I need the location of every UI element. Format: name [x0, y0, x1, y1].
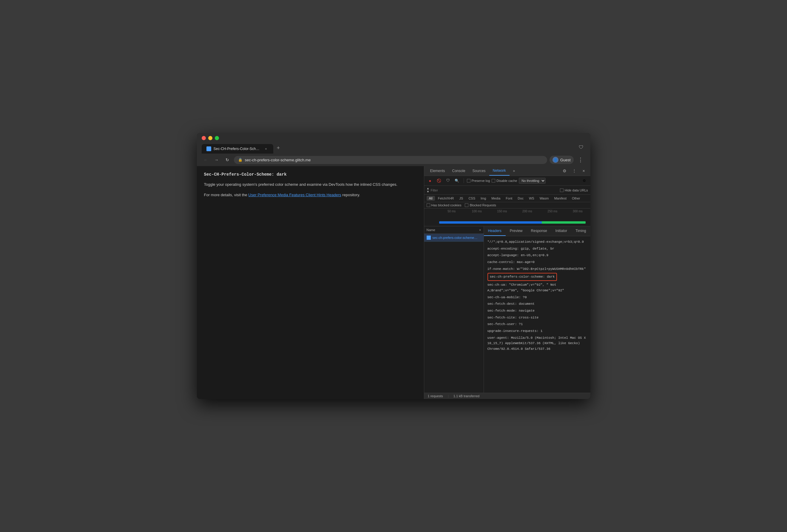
- tab-close-button[interactable]: ×: [264, 147, 269, 151]
- tab-elements[interactable]: Elements: [427, 167, 449, 175]
- blocked-cookies-label[interactable]: Has blocked cookies: [427, 203, 462, 207]
- status-transferred: 1.1 kB transferred: [453, 394, 480, 398]
- header-line-10: sec-fetch-site: cross-site: [488, 314, 587, 321]
- disable-cache-label[interactable]: Disable cache: [492, 179, 517, 182]
- hide-urls-checkbox[interactable]: [560, 189, 563, 192]
- browser-menu-button[interactable]: ⋮: [575, 155, 586, 164]
- filter-all[interactable]: All: [427, 196, 435, 201]
- header-line-7: sec-ch-ua-mobile: ?0: [488, 294, 587, 301]
- record-button[interactable]: ●: [427, 177, 434, 184]
- filter-css[interactable]: CSS: [466, 196, 477, 201]
- header-line-2: accept-language: en-US,en;q=0.9: [488, 252, 587, 259]
- browser-tab[interactable]: Sec-CH-Prefers-Color-Schem… ×: [202, 144, 273, 154]
- hide-urls-label[interactable]: Hide data URLs: [560, 189, 588, 192]
- upload-download-buttons: ▲ ▼: [427, 187, 430, 193]
- filter-wasm[interactable]: Wasm: [537, 196, 551, 201]
- highlighted-header-text: sec-ch-prefers-color-scheme: dark: [488, 273, 557, 281]
- header-line-8: sec-fetch-dest: document: [488, 301, 587, 307]
- network-files: Name × sec-ch-prefers-color-scheme…: [424, 226, 484, 393]
- timeline-bar: 50 ms 100 ms 150 ms 200 ms 250 ms 300 ms: [424, 208, 590, 226]
- disable-cache-text: Disable cache: [496, 179, 517, 182]
- rd-tab-headers[interactable]: Headers: [484, 226, 506, 236]
- blocked-requests-checkbox[interactable]: [465, 203, 468, 207]
- tab-more[interactable]: »: [510, 167, 519, 175]
- devtools-settings-icon[interactable]: ⚙: [560, 167, 569, 175]
- tab-sources[interactable]: Sources: [469, 167, 489, 175]
- title-bar: Sec-CH-Prefers-Color-Schem… × + 🛡: [197, 133, 590, 154]
- address-bar[interactable]: 🔒 sec-ch-prefers-color-scheme.glitch.me: [234, 156, 547, 164]
- clear-button[interactable]: 🚫: [435, 177, 443, 184]
- header-line-0: *//*;q=0.8,application/signed-exchange;v…: [488, 239, 587, 245]
- tl-mark-300: 300 ms: [565, 209, 590, 213]
- new-tab-button[interactable]: +: [273, 142, 284, 154]
- network-col-name: Name: [427, 228, 435, 232]
- blocked-requests-label[interactable]: Blocked Requests: [465, 203, 496, 207]
- filter-fetch-xhr[interactable]: Fetch/XHR: [435, 196, 456, 201]
- maximize-button[interactable]: [215, 136, 219, 140]
- page-content: Sec-CH-Prefers-Color-Scheme: dark Toggle…: [197, 166, 424, 399]
- upload-icon[interactable]: ▲: [427, 187, 430, 190]
- profile-icon: 👤: [553, 157, 558, 163]
- devtools-tabs: Elements Console Sources Network » ⚙ ⋮ ×: [424, 166, 590, 176]
- lock-icon: 🔒: [238, 158, 242, 162]
- search-button[interactable]: 🔍: [453, 177, 461, 184]
- filter-font[interactable]: Font: [503, 196, 515, 201]
- preserve-log-text: Preserve log: [472, 179, 490, 182]
- shield-icon[interactable]: 🛡: [577, 143, 586, 152]
- filter-img[interactable]: Img: [478, 196, 488, 201]
- profile-button[interactable]: 👤 Guest: [550, 156, 574, 164]
- header-line-4: if-none-match: W/"392-B+pCtpzl+pyWUSHMRn…: [488, 266, 587, 272]
- request-close-icon[interactable]: ×: [479, 228, 481, 232]
- disable-cache-checkbox[interactable]: [492, 179, 495, 182]
- throttle-select[interactable]: No throttling: [519, 178, 546, 184]
- minimize-button[interactable]: [208, 136, 212, 140]
- tabs-bar: Sec-CH-Prefers-Color-Schem… × + 🛡: [202, 142, 586, 154]
- filter-js[interactable]: JS: [457, 196, 466, 201]
- tab-title: Sec-CH-Prefers-Color-Schem…: [214, 147, 261, 151]
- traffic-lights: [202, 136, 586, 140]
- header-line-9: sec-fetch-mode: navigate: [488, 307, 587, 314]
- rd-tab-initiator[interactable]: Initiator: [551, 226, 571, 236]
- filter-media[interactable]: Media: [489, 196, 503, 201]
- filter-other[interactable]: Other: [570, 196, 583, 201]
- tab-favicon: [207, 147, 211, 151]
- download-icon[interactable]: ▼: [427, 190, 430, 193]
- close-button[interactable]: [202, 136, 206, 140]
- devtools-more-icon[interactable]: ⋮: [570, 167, 578, 175]
- tab-network[interactable]: Network: [489, 166, 510, 176]
- preserve-log-label[interactable]: Preserve log: [467, 179, 490, 182]
- timeline-ruler: 50 ms 100 ms 150 ms 200 ms 250 ms 300 ms: [424, 208, 590, 213]
- header-line-12: upgrade-insecure-requests: 1: [488, 328, 587, 335]
- filter-button[interactable]: ⛉: [445, 177, 452, 184]
- header-line-13: user-agent: Mozilla/5.0 (Macintosh; Inte…: [488, 335, 587, 353]
- page-para1: Toggle your operating system's preferred…: [204, 182, 417, 188]
- network-settings-icon[interactable]: ⚙: [581, 177, 588, 184]
- back-button[interactable]: ←: [202, 156, 210, 164]
- cookies-bar: Has blocked cookies Blocked Requests: [424, 202, 590, 208]
- filter-doc[interactable]: Doc: [515, 196, 526, 201]
- blocked-cookies-checkbox[interactable]: [427, 203, 430, 207]
- rd-content: *//*;q=0.8,application/signed-exchange;v…: [484, 236, 590, 393]
- timeline-fill: [439, 221, 586, 224]
- content-area: Sec-CH-Prefers-Color-Scheme: dark Toggle…: [197, 166, 590, 399]
- rd-tabs: Headers Preview Response Initiator Timin…: [484, 226, 590, 236]
- blocked-requests-text: Blocked Requests: [470, 203, 496, 207]
- table-row[interactable]: sec-ch-prefers-color-scheme…: [424, 234, 484, 242]
- page-link[interactable]: User Preference Media Features Client Hi…: [248, 193, 341, 197]
- file-icon: [427, 236, 431, 240]
- rd-tab-response[interactable]: Response: [527, 226, 551, 236]
- filter-ws[interactable]: WS: [527, 196, 537, 201]
- tab-console[interactable]: Console: [449, 167, 469, 175]
- rd-tab-timing[interactable]: Timing: [571, 226, 590, 236]
- reload-button[interactable]: ↻: [223, 156, 232, 164]
- forward-button[interactable]: →: [212, 156, 221, 164]
- devtools-status: 1 requests | 1.1 kB transferred: [424, 393, 590, 399]
- request-detail: Headers Preview Response Initiator Timin…: [484, 226, 590, 393]
- filter-input[interactable]: [430, 189, 558, 192]
- filter-manifest[interactable]: Manifest: [552, 196, 569, 201]
- nav-right: 👤 Guest ⋮: [550, 155, 586, 164]
- network-toolbar: ● 🚫 ⛉ 🔍 Preserve log Disable cache No th…: [424, 176, 590, 186]
- devtools-close-icon[interactable]: ×: [580, 167, 588, 175]
- rd-tab-preview[interactable]: Preview: [506, 226, 527, 236]
- preserve-log-checkbox[interactable]: [467, 179, 470, 182]
